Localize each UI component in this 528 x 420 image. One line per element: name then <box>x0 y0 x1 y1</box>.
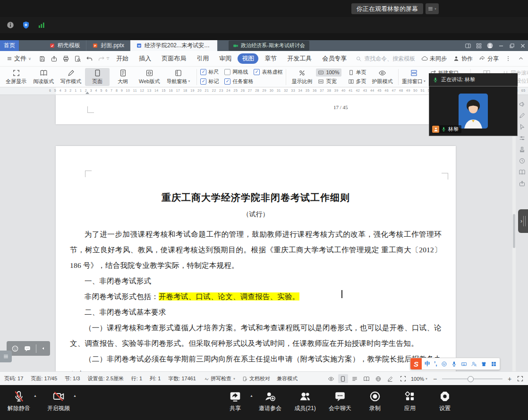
side-tool-icon[interactable] <box>519 112 526 119</box>
outline-view-button[interactable]: 大纲 <box>111 68 135 86</box>
print-preview-button[interactable] <box>74 55 81 62</box>
side-tool-icon[interactable] <box>519 169 526 176</box>
tab-exam-plan-doc[interactable]: W 经济学院202...末考试安排方案 <box>130 40 218 51</box>
page-view-toggle[interactable] <box>338 374 348 383</box>
eye-protect-button[interactable]: 护眼模式 <box>370 68 395 86</box>
nav-pane-button[interactable]: 导航窗格▼ <box>163 68 193 86</box>
ime-emoji[interactable] <box>441 361 447 367</box>
chat-bubble-icon[interactable] <box>24 345 31 352</box>
multi-page-button[interactable]: 多页 <box>346 77 368 86</box>
side-tool-icon[interactable] <box>519 146 526 153</box>
document-canvas[interactable]: 17 / 45 重庆工商大学经济学院非闭卷考试工作细则 （试行） 为了进一步加强… <box>0 95 528 371</box>
record-button[interactable]: 录制 <box>361 389 389 413</box>
collaborate-button[interactable]: 协作 <box>453 55 473 63</box>
menu-dev-tools[interactable]: 开发工具 <box>283 53 316 64</box>
menu-home[interactable]: 开始 <box>112 53 133 64</box>
tab-cover-pptx[interactable]: P 封面.pptx <box>86 40 130 51</box>
menu-member[interactable]: 会员专享 <box>318 53 351 64</box>
ime-toolbar[interactable]: S 中 ’, <box>410 358 500 370</box>
redo-button[interactable] <box>98 55 105 62</box>
side-tool-icon[interactable] <box>519 135 526 142</box>
share-doc-button[interactable]: 分享 <box>479 55 499 63</box>
collapse-left-icon[interactable] <box>41 346 45 351</box>
layout-switch-icon[interactable] <box>465 43 471 49</box>
dropdown-caret[interactable]: ▲ <box>250 394 253 397</box>
ime-punctuation[interactable]: ’, <box>434 360 437 367</box>
task-pane-checkbox[interactable]: 任务窗格 <box>224 78 253 85</box>
close-button[interactable] <box>519 43 526 49</box>
undo-button[interactable] <box>86 55 93 62</box>
zoom-level[interactable]: 100% <box>411 376 424 382</box>
ruler-checkbox[interactable]: 标尺 <box>200 69 219 76</box>
menu-review[interactable]: 审阅 <box>215 53 236 64</box>
emoji-reaction-icon[interactable] <box>11 345 19 352</box>
menu-section[interactable]: 章节 <box>260 53 281 64</box>
ime-cn-mode[interactable]: 中 <box>425 360 430 368</box>
gridlines-checkbox[interactable]: 网格线 <box>224 69 248 76</box>
side-tool-icon[interactable] <box>519 101 526 108</box>
vertical-scrollbar[interactable] <box>512 95 516 371</box>
apps-button[interactable]: 应用 <box>396 389 424 413</box>
shield-icon[interactable] <box>22 21 30 29</box>
indent-marker[interactable] <box>85 92 89 94</box>
arrange-windows-button[interactable]: 重排窗口▼ <box>402 68 426 86</box>
participant-video[interactable]: 林黎 <box>429 86 518 136</box>
meeting-panel-expander[interactable]: › <box>518 209 528 233</box>
spell-check-button[interactable]: A 拼写检查 ▼ <box>204 375 236 382</box>
compat-mode-label[interactable]: 兼容模式 <box>277 375 298 382</box>
info-icon[interactable] <box>6 21 15 29</box>
document-page-prev[interactable]: 17 / 45 <box>56 95 456 124</box>
save-button[interactable] <box>39 55 46 62</box>
read-view-toggle[interactable] <box>362 374 372 383</box>
dropdown-caret[interactable]: ▲ <box>73 394 77 397</box>
page-width-button[interactable]: 页宽 <box>316 77 341 86</box>
banner-menu-button[interactable]: ▼ <box>426 3 439 14</box>
ime-soft-keyboard[interactable] <box>461 361 467 367</box>
document-page[interactable]: 重庆工商大学经济学院非闭卷考试工作细则 （试行） 为了进一步加强课程考核和考试命… <box>56 146 456 371</box>
fullscreen-view-button[interactable]: 全屏显示 <box>3 68 29 86</box>
settings-button[interactable]: 设置 <box>431 389 459 413</box>
speaker-video-overlay[interactable]: 正在讲话: 林黎 林黎 <box>429 73 518 136</box>
fullscreen-icon[interactable] <box>517 375 524 382</box>
fit-page-icon[interactable] <box>400 375 407 382</box>
tab-home[interactable]: 首页 <box>0 40 19 51</box>
single-page-button[interactable]: 单页 <box>346 69 368 77</box>
tab-docer[interactable]: 稻壳模板 <box>43 40 86 51</box>
side-tool-icon[interactable] <box>519 123 526 130</box>
search-box[interactable]: 查找命令、搜索模板 <box>356 55 415 63</box>
ime-toolbox[interactable] <box>491 361 497 367</box>
sync-status-button[interactable]: 未同步 <box>421 55 447 63</box>
invite-button[interactable]: 邀请参会 <box>256 389 284 413</box>
members-button[interactable]: 成员(21) <box>291 389 319 413</box>
menu-references[interactable]: 引用 <box>192 53 213 64</box>
unmute-button[interactable]: ▲ 解除静音 <box>5 389 33 413</box>
zoom-100-button[interactable]: 100% <box>316 69 341 77</box>
writing-mode-button[interactable]: 写作模式 <box>58 68 84 86</box>
table-gridlines-checkbox[interactable]: 表格虚框 <box>254 69 282 76</box>
proofread-button[interactable]: 文档校对 <box>242 375 270 382</box>
outline-view-toggle[interactable] <box>350 374 360 383</box>
zoom-slider-knob[interactable] <box>468 376 474 382</box>
eye-protect-toggle[interactable] <box>326 374 336 383</box>
export-button[interactable] <box>51 55 58 62</box>
print-button[interactable] <box>62 55 69 62</box>
web-layout-button[interactable]: Web版式 <box>136 68 162 86</box>
zoom-ratio-button[interactable]: 显示比例 <box>290 68 314 86</box>
avatar[interactable] <box>486 42 494 49</box>
web-view-toggle[interactable] <box>374 374 383 383</box>
menu-page-layout[interactable]: 页面布局 <box>157 53 190 64</box>
sogou-logo[interactable]: S <box>410 358 422 369</box>
zoom-slider[interactable] <box>442 378 502 379</box>
zoom-out-button[interactable]: − <box>432 375 438 383</box>
collapse-ribbon-button[interactable] <box>518 55 524 62</box>
zoom-in-button[interactable]: + <box>507 375 512 383</box>
reaction-toolbar[interactable] <box>7 341 50 356</box>
chat-button[interactable]: 会中聊天 <box>326 389 354 413</box>
markup-checkbox[interactable]: 标记 <box>200 78 219 85</box>
menu-insert[interactable]: 插入 <box>135 53 155 64</box>
file-menu[interactable]: 文件 ∨ <box>4 54 34 63</box>
apps-grid-icon[interactable] <box>476 43 482 49</box>
page-view-button[interactable]: 页面 <box>85 68 110 86</box>
nav-pane-tab[interactable] <box>0 351 12 362</box>
ime-voice[interactable] <box>451 361 457 367</box>
